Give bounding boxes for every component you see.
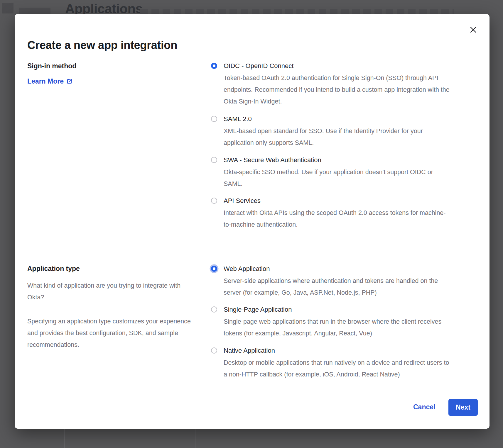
learn-more-link[interactable]: Learn More <box>27 77 72 85</box>
option-oidc-openid-connect[interactable]: OIDC - OpenID Connect Token-based OAuth … <box>211 62 453 107</box>
cancel-button[interactable]: Cancel <box>411 403 437 411</box>
option-description: Interact with Okta APIs using the scoped… <box>224 207 453 230</box>
radio-api-services[interactable] <box>211 198 217 204</box>
option-api-services[interactable]: API Services Interact with Okta APIs usi… <box>211 196 453 230</box>
radio-single-page-application[interactable] <box>211 306 217 313</box>
option-label: Native Application <box>224 346 453 355</box>
create-app-integration-dialog: Create a new app integration Sign-in met… <box>15 14 490 429</box>
option-single-page-application[interactable]: Single-Page Application Single-page web … <box>211 305 453 339</box>
option-label: SWA - Secure Web Authentication <box>224 156 453 164</box>
signin-method-heading: Sign-in method <box>27 62 76 70</box>
option-swa-secure-web-authentication[interactable]: SWA - Secure Web Authentication Okta-spe… <box>211 156 453 190</box>
dialog-title: Create a new app integration <box>27 39 177 52</box>
learn-more-label: Learn More <box>27 77 64 85</box>
option-description: XML-based open standard for SSO. Use if … <box>224 125 453 149</box>
radio-swa[interactable] <box>211 157 217 163</box>
option-description: Okta-specific SSO method. Use if your ap… <box>224 166 453 190</box>
next-button[interactable]: Next <box>448 399 478 416</box>
application-type-heading: Application type <box>27 265 80 273</box>
external-link-icon <box>66 78 72 84</box>
option-description: Single-page web applications that run in… <box>224 316 453 339</box>
background-breadcrumb-block <box>19 8 50 15</box>
radio-web-application-selected[interactable] <box>211 266 217 272</box>
close-button[interactable] <box>467 23 480 36</box>
application-type-note: Specifying an application type customize… <box>27 315 196 351</box>
background-table-column-line <box>195 428 195 448</box>
radio-saml[interactable] <box>211 116 217 122</box>
option-description: Token-based OAuth 2.0 authentication for… <box>224 72 453 107</box>
option-label: SAML 2.0 <box>224 115 453 123</box>
option-label: Single-Page Application <box>224 305 453 314</box>
background-tabs-strip <box>140 9 454 14</box>
close-icon <box>469 26 477 34</box>
option-label: OIDC - OpenID Connect <box>224 62 453 70</box>
background-table-column-line <box>64 428 65 448</box>
option-web-application[interactable]: Web Application Server-side applications… <box>211 264 453 298</box>
section-divider <box>27 251 477 251</box>
background-toolbar-block <box>2 3 13 13</box>
radio-oidc-selected[interactable] <box>211 63 217 69</box>
option-label: Web Application <box>224 264 453 273</box>
option-description: Desktop or mobile applications that run … <box>224 357 453 380</box>
option-label: API Services <box>224 196 453 205</box>
option-saml-2-0[interactable]: SAML 2.0 XML-based open standard for SSO… <box>211 115 453 149</box>
application-type-intro: What kind of application are you trying … <box>27 280 196 303</box>
option-native-application[interactable]: Native Application Desktop or mobile app… <box>211 346 453 380</box>
option-description: Server-side applications where authentic… <box>224 275 453 298</box>
radio-native-application[interactable] <box>211 347 217 354</box>
